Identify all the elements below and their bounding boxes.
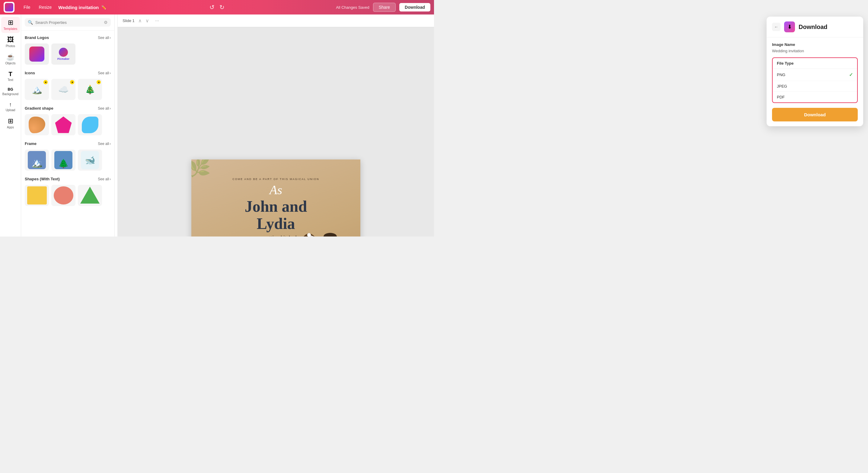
shape-rectangle-yellow bbox=[27, 186, 47, 205]
resize-handle[interactable] bbox=[115, 14, 118, 237]
list-item[interactable] bbox=[25, 43, 49, 65]
slide-label: Slide 1 bbox=[123, 19, 134, 23]
brand-logos-title: Brand Logos bbox=[25, 35, 49, 40]
list-item[interactable] bbox=[51, 114, 75, 135]
shape-triangle-green bbox=[80, 187, 100, 204]
list-item[interactable]: Picmaker bbox=[51, 43, 75, 65]
canvas[interactable]: 🌿 🌿 COME AND BE A PART OF THIS MAGICAL U… bbox=[191, 159, 360, 237]
premium-badge: ★ bbox=[43, 80, 48, 84]
gradient-blob-2 bbox=[82, 117, 98, 133]
brand-logos-header: Brand Logos See all › bbox=[25, 35, 111, 40]
search-input[interactable] bbox=[35, 20, 101, 25]
sidebar-item-apps[interactable]: ⊞ Apps bbox=[1, 115, 20, 131]
premium-badge: ★ bbox=[70, 80, 74, 84]
icons-header: Icons See all › bbox=[25, 71, 111, 75]
topbar: File Resize Wedding invitation ✏️ ↺ ↻ Al… bbox=[0, 0, 434, 14]
gradient-shape-items bbox=[25, 114, 111, 135]
shapes-text-title: Shapes (With Text) bbox=[25, 177, 60, 181]
list-item[interactable] bbox=[25, 185, 49, 206]
share-button[interactable]: Share bbox=[373, 3, 396, 12]
gradient-pentagon bbox=[55, 117, 72, 133]
premium-badge: ★ bbox=[97, 80, 101, 84]
brand-logos-items: Picmaker bbox=[25, 43, 111, 65]
resize-menu[interactable]: Resize bbox=[35, 5, 56, 10]
slide-bar: Slide 1 ∧ ∨ ⋯ bbox=[118, 14, 434, 27]
background-label: Background bbox=[2, 92, 19, 96]
list-item[interactable] bbox=[78, 114, 102, 135]
slide-options-icon[interactable]: ⋯ bbox=[155, 19, 159, 23]
shapes-text-header: Shapes (With Text) See all › bbox=[25, 177, 111, 181]
photos-label: Photos bbox=[6, 45, 15, 48]
panel-content: Brand Logos See all › Picmaker bbox=[21, 30, 114, 237]
canvas-area: Slide 1 ∧ ∨ ⋯ 🌿 🌿 COME AND BE A PART OF … bbox=[118, 14, 434, 237]
picmaker-logo-1 bbox=[29, 47, 44, 62]
brand-logos-see-all[interactable]: See all › bbox=[98, 36, 111, 40]
apps-label: Apps bbox=[7, 126, 14, 129]
sidebar-item-photos[interactable]: 🖼 Photos bbox=[1, 34, 20, 50]
apps-icon: ⊞ bbox=[8, 118, 13, 124]
slide-nav-up[interactable]: ∧ bbox=[138, 18, 142, 24]
list-item[interactable] bbox=[78, 185, 102, 206]
frame-section: Frame See all › 🌲 bbox=[25, 141, 111, 171]
list-item[interactable] bbox=[25, 114, 49, 135]
picmaker-logo-2: Picmaker bbox=[57, 48, 69, 60]
frame-items: 🌲 🐋 bbox=[25, 149, 111, 171]
list-item[interactable]: 🌲 bbox=[51, 149, 75, 171]
save-status: All Changes Saved bbox=[336, 5, 369, 10]
mountain-icon: 🏔️ bbox=[32, 85, 42, 94]
undo-button[interactable]: ↺ bbox=[210, 4, 215, 11]
search-icon: 🔍 bbox=[28, 20, 33, 25]
slide-nav-down[interactable]: ∨ bbox=[146, 18, 149, 24]
list-item[interactable] bbox=[25, 149, 49, 171]
icon-sidebar: ⊞ Templates 🖼 Photos ☕ Objects T Text BG… bbox=[0, 14, 21, 237]
objects-label: Objects bbox=[5, 62, 16, 65]
icons-see-all[interactable]: See all › bbox=[98, 71, 111, 75]
history-controls: ↺ ↻ bbox=[210, 4, 224, 11]
sidebar-item-objects[interactable]: ☕ Objects bbox=[1, 51, 20, 67]
canvas-wrapper: 🌿 🌿 COME AND BE A PART OF THIS MAGICAL U… bbox=[118, 27, 434, 237]
photos-icon: 🖼 bbox=[7, 36, 14, 43]
redo-button[interactable]: ↻ bbox=[219, 4, 224, 11]
main-names: John andLydia bbox=[191, 198, 360, 232]
left-panel: 🔍 ⚙ Brand Logos See all › bbox=[21, 14, 115, 237]
frame-title: Frame bbox=[25, 141, 36, 146]
objects-icon: ☕ bbox=[6, 54, 14, 60]
background-icon: BG bbox=[8, 88, 13, 91]
frame-header: Frame See all › bbox=[25, 141, 111, 146]
sidebar-item-text[interactable]: T Text bbox=[1, 68, 20, 84]
sidebar-item-templates[interactable]: ⊞ Templates bbox=[1, 17, 20, 33]
canvas-text-content: COME AND BE A PART OF THIS MAGICAL UNION… bbox=[191, 178, 360, 237]
search-bar: 🔍 ⚙ bbox=[21, 14, 114, 30]
download-button-top[interactable]: Download bbox=[399, 3, 430, 11]
text-icon: T bbox=[8, 71, 12, 77]
text-label: Text bbox=[7, 78, 13, 82]
file-menu[interactable]: File bbox=[19, 5, 35, 10]
list-item[interactable]: 🐋 bbox=[78, 149, 102, 171]
as-text: As bbox=[191, 184, 360, 196]
icons-title: Icons bbox=[25, 71, 35, 75]
list-item[interactable] bbox=[51, 185, 75, 206]
cloud-icon: ☁️ bbox=[58, 85, 69, 94]
floral-top-left: 🌿 bbox=[191, 159, 211, 178]
sidebar-item-upload[interactable]: ↑ Upload bbox=[1, 99, 20, 114]
app-logo[interactable] bbox=[4, 2, 14, 13]
right-controls: All Changes Saved Share Download bbox=[336, 3, 430, 12]
gradient-shape-title: Gradient shape bbox=[25, 106, 54, 111]
sidebar-item-background[interactable]: BG Background bbox=[1, 85, 20, 98]
gradient-shape-see-all[interactable]: See all › bbox=[98, 106, 111, 111]
frame-see-all[interactable]: See all › bbox=[98, 142, 111, 146]
upload-icon: ↑ bbox=[9, 102, 12, 107]
templates-label: Templates bbox=[4, 27, 18, 30]
gradient-blob-1 bbox=[29, 117, 45, 133]
subtitle-text: COME AND BE A PART OF THIS MAGICAL UNION bbox=[191, 178, 360, 181]
edit-title-icon[interactable]: ✏️ bbox=[101, 5, 106, 10]
filter-icon[interactable]: ⚙ bbox=[104, 20, 108, 25]
shape-circle-coral bbox=[54, 186, 73, 205]
list-item[interactable]: 🏔️ ★ bbox=[25, 79, 49, 100]
frame-whale: 🐋 bbox=[81, 151, 99, 169]
frame-forest: 🌲 bbox=[54, 151, 72, 169]
list-item[interactable]: 🎄 ★ bbox=[78, 79, 102, 100]
shapes-text-see-all[interactable]: See all › bbox=[98, 177, 111, 181]
list-item[interactable]: ☁️ ★ bbox=[51, 79, 75, 100]
gradient-shape-header: Gradient shape See all › bbox=[25, 106, 111, 111]
